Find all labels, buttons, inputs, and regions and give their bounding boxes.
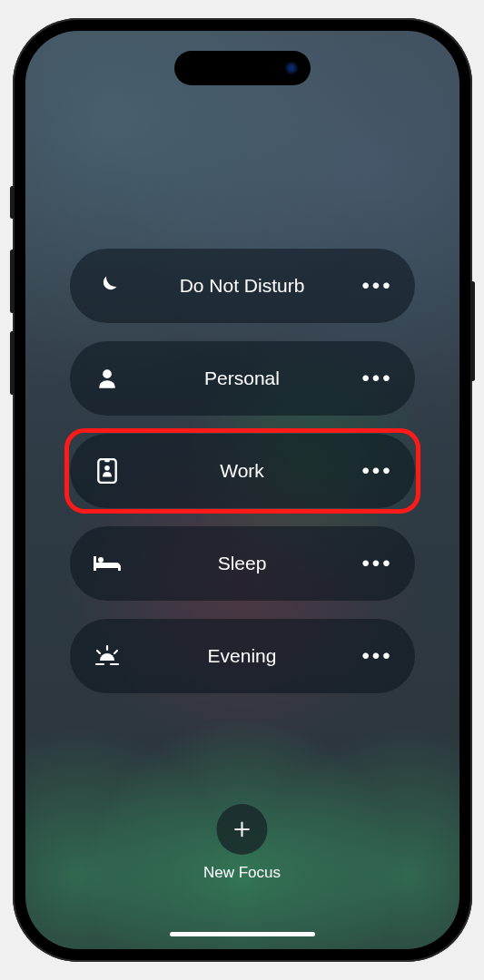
bed-icon — [70, 554, 144, 573]
svg-point-0 — [103, 369, 112, 378]
power-button — [470, 281, 475, 381]
svg-rect-1 — [98, 459, 115, 483]
phone-frame: Do Not Disturb ••• Personal ••• — [13, 18, 472, 962]
svg-line-8 — [114, 651, 117, 653]
ellipsis-icon[interactable]: ••• — [341, 366, 415, 391]
focus-item-label: Sleep — [144, 553, 341, 574]
ellipsis-icon[interactable]: ••• — [341, 273, 415, 299]
focus-item-label: Do Not Disturb — [144, 275, 341, 297]
svg-point-5 — [98, 557, 104, 563]
focus-item-work[interactable]: Work ••• — [70, 434, 415, 508]
focus-item-evening[interactable]: Evening ••• — [70, 619, 415, 693]
focus-mode-list: Do Not Disturb ••• Personal ••• — [70, 249, 415, 693]
person-icon — [70, 367, 144, 390]
focus-item-label: Work — [144, 460, 341, 482]
new-focus-button[interactable]: New Focus — [203, 804, 281, 882]
focus-item-do-not-disturb[interactable]: Do Not Disturb ••• — [70, 249, 415, 323]
moon-icon — [70, 273, 144, 299]
home-indicator[interactable] — [170, 932, 315, 936]
screen: Do Not Disturb ••• Personal ••• — [25, 31, 459, 949]
new-focus-label: New Focus — [203, 864, 281, 882]
volume-down-button — [10, 331, 15, 395]
ellipsis-icon[interactable]: ••• — [341, 643, 415, 669]
dynamic-island — [174, 51, 311, 85]
volume-up-button — [10, 250, 15, 313]
ellipsis-icon[interactable]: ••• — [341, 458, 415, 484]
svg-rect-4 — [94, 556, 96, 571]
mute-switch — [10, 186, 15, 219]
svg-line-7 — [97, 651, 100, 653]
ellipsis-icon[interactable]: ••• — [341, 551, 415, 576]
svg-point-3 — [104, 466, 110, 471]
svg-rect-2 — [104, 458, 109, 462]
focus-item-sleep[interactable]: Sleep ••• — [70, 526, 415, 601]
focus-item-label: Personal — [144, 368, 341, 389]
sunset-icon — [70, 644, 144, 668]
badge-icon — [70, 458, 144, 484]
focus-item-personal[interactable]: Personal ••• — [70, 341, 415, 416]
focus-item-label: Evening — [144, 645, 341, 667]
plus-icon — [217, 804, 268, 855]
